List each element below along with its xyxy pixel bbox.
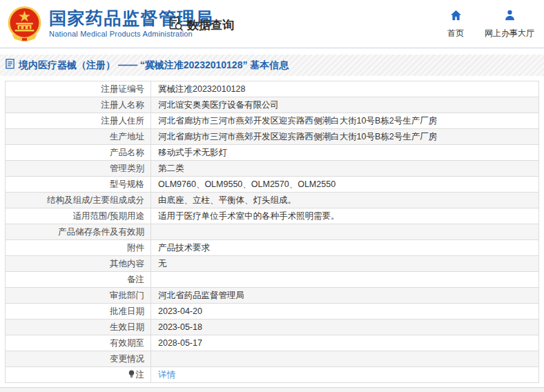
row-label-text: 产品名称 — [110, 148, 144, 157]
row-label: 其他内容 — [6, 256, 151, 272]
row-value: 河北省廊坊市三河市燕郊开发区迎宾路西侧潮白大街10号B栋2号生产厂房 — [151, 113, 539, 129]
table-row: 结构及组成/主要组成成分由底座、立柱、平衡体、灯头组成。 — [6, 193, 539, 208]
row-label-text: 注 — [136, 370, 145, 380]
page-title: 境内医疗器械（注册） —— “冀械注准20232010128” 基本信息 — [19, 59, 289, 72]
row-label-text: 结构及组成/主要组成成分 — [47, 195, 144, 205]
row-label: 附件 — [6, 240, 151, 256]
table-row: 备注 — [6, 272, 539, 288]
row-value-text: 河北省廊坊市三河市燕郊开发区迎宾路西侧潮白大街10号B栋2号生产厂房 — [158, 116, 437, 126]
row-label-text: 批准日期 — [110, 306, 144, 316]
row-value: 2023-04-20 — [151, 304, 539, 320]
table-row: 注册人住所河北省廊坊市三河市燕郊开发区迎宾路西侧潮白大街10号B栋2号生产厂房 — [6, 113, 539, 129]
person-icon — [503, 9, 516, 24]
nmpa-emblem-logo — [6, 6, 43, 43]
row-value-text: OLM9760、OLM9550、OLM2570、OLM2550 — [158, 179, 336, 189]
row-label: 变更情况 — [6, 351, 151, 367]
home-icon — [449, 9, 463, 24]
row-value-text: 第二类 — [158, 164, 184, 173]
table-row: 产品储存条件及有效期 — [6, 224, 539, 240]
row-value: 无 — [151, 256, 539, 272]
row-label: 产品名称 — [6, 145, 151, 161]
row-label: 产品储存条件及有效期 — [6, 224, 151, 240]
row-value: 由底座、立柱、平衡体、灯头组成。 — [151, 193, 539, 208]
row-label: 注册人名称 — [6, 97, 151, 113]
page-title-bar: 境内医疗器械（注册） —— “冀械注准20232010128” 基本信息 — [0, 55, 544, 76]
table-row: 产品名称移动式手术无影灯 — [6, 145, 539, 161]
row-label-text: 生效日期 — [110, 322, 144, 332]
row-label-text: 生产地址 — [110, 132, 144, 141]
row-value-text: 产品技术要求 — [158, 243, 210, 253]
row-value: OLM9760、OLM9550、OLM2570、OLM2550 — [151, 177, 539, 193]
row-value: 2028-05-17 — [151, 335, 539, 351]
row-label-text: 注册人住所 — [101, 116, 145, 126]
row-value-text: 适用于医疗单位手术室中的各种手术照明需要。 — [158, 211, 340, 221]
row-label: 生产地址 — [6, 129, 151, 145]
row-label-text: 型号规格 — [110, 179, 144, 189]
table-row: 注详情 — [6, 367, 539, 383]
row-label: 型号规格 — [6, 177, 151, 193]
table-row: 批准日期2023-04-20 — [6, 304, 539, 320]
detail-link[interactable]: 详情 — [158, 370, 175, 380]
table-row: 其他内容无 — [6, 256, 539, 272]
row-value-text: 冀械注准20232010128 — [158, 84, 245, 94]
row-value: 河北省廊坊市三河市燕郊开发区迎宾路西侧潮白大街10号B栋2号生产厂房 — [151, 129, 539, 145]
row-label: 注册证编号 — [6, 81, 151, 97]
registration-info-table-wrap: 注册证编号冀械注准20232010128注册人名称河北谊安奥美医疗设备有限公司注… — [5, 81, 539, 383]
nav-data-query[interactable]: 数据查询 — [168, 16, 234, 35]
footer-strip — [0, 387, 544, 392]
row-label: 备注 — [6, 272, 151, 288]
row-label: 批准日期 — [6, 304, 151, 320]
row-value — [151, 224, 539, 240]
row-value: 2023-05-18 — [151, 320, 539, 335]
row-value: 河北谊安奥美医疗设备有限公司 — [151, 97, 539, 113]
table-row: 适用范围/预期用途适用于医疗单位手术室中的各种手术照明需要。 — [6, 208, 539, 224]
table-row: 生效日期2023-05-18 — [6, 320, 539, 335]
nav-home[interactable]: 首页 — [447, 9, 464, 39]
row-value — [151, 272, 539, 288]
row-label: 结构及组成/主要组成成分 — [6, 193, 151, 208]
table-row: 注册人名称河北谊安奥美医疗设备有限公司 — [6, 97, 539, 113]
row-label-text: 备注 — [127, 275, 144, 284]
table-row: 附件产品技术要求 — [6, 240, 539, 256]
header-nav: 首页 网上办事大厅 — [447, 9, 534, 39]
row-label: 有效期至 — [6, 335, 151, 351]
row-label-text: 适用范围/预期用途 — [73, 211, 144, 221]
row-value: 第二类 — [151, 161, 539, 177]
row-value: 适用于医疗单位手术室中的各种手术照明需要。 — [151, 208, 539, 224]
row-value: 冀械注准20232010128 — [151, 81, 539, 97]
row-value-text: 移动式手术无影灯 — [158, 148, 227, 157]
nav-home-label: 首页 — [447, 28, 464, 39]
row-value-text: 由底座、立柱、平衡体、灯头组成。 — [158, 195, 296, 205]
row-value: 移动式手术无影灯 — [151, 145, 539, 161]
row-value: 河北省药品监督管理局 — [151, 288, 539, 304]
row-value-text: 河北谊安奥美医疗设备有限公司 — [158, 100, 279, 110]
row-label: 管理类别 — [6, 161, 151, 177]
row-label-text: 其他内容 — [110, 259, 144, 268]
table-row: 审批部门河北省药品监督管理局 — [6, 288, 539, 304]
header: 国家药品监督管理局 National Medical Products Admi… — [0, 0, 544, 48]
row-label: 注 — [6, 367, 151, 383]
data-query-icon — [168, 16, 184, 35]
row-value: 详情 — [151, 367, 539, 383]
table-row: 型号规格OLM9760、OLM9550、OLM2570、OLM2550 — [6, 177, 539, 193]
table-row: 有效期至2028-05-17 — [6, 335, 539, 351]
nav-service-hall-label: 网上办事大厅 — [485, 28, 534, 39]
row-label-text: 注册证编号 — [101, 84, 145, 94]
row-value-text: 2028-05-17 — [158, 338, 202, 348]
row-value — [151, 351, 539, 367]
row-value: 产品技术要求 — [151, 240, 539, 256]
nav-service-hall[interactable]: 网上办事大厅 — [485, 9, 534, 39]
row-value-text: 2023-04-20 — [158, 306, 202, 316]
row-value-text: 无 — [158, 259, 167, 268]
row-label: 审批部门 — [6, 288, 151, 304]
row-label-text: 产品储存条件及有效期 — [58, 227, 144, 237]
row-value-text: 河北省廊坊市三河市燕郊开发区迎宾路西侧潮白大街10号B栋2号生产厂房 — [158, 132, 437, 141]
row-label-text: 变更情况 — [110, 354, 144, 364]
row-value-text: 2023-05-18 — [158, 322, 202, 332]
table-row: 管理类别第二类 — [6, 161, 539, 177]
row-label: 注册人住所 — [6, 113, 151, 129]
registration-info-table: 注册证编号冀械注准20232010128注册人名称河北谊安奥美医疗设备有限公司注… — [5, 81, 539, 383]
table-row: 变更情况 — [6, 351, 539, 367]
table-row: 生产地址河北省廊坊市三河市燕郊开发区迎宾路西侧潮白大街10号B栋2号生产厂房 — [6, 129, 539, 145]
row-label: 生效日期 — [6, 320, 151, 335]
